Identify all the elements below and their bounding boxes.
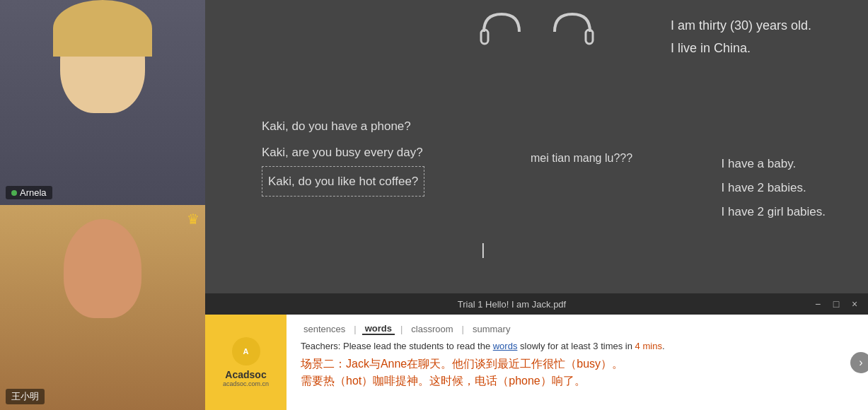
wb-question-3: Kaki, do you like hot coffee? [262,166,424,197]
teacher-name-badge: Arnela [6,186,52,199]
wb-line-2: I live in China. [671,37,811,59]
pdf-chinese-line-2: 需要热（hot）咖啡提神。这时候，电话（phone）响了。 [301,373,854,390]
crown-icon: ♛ [187,211,199,228]
wb-right-line-3: I have 2 girl babies. [722,200,826,224]
headphone-right-icon [548,7,597,49]
headphone-left-icon [477,7,526,49]
pdf-window-controls: − □ × [811,298,861,310]
pdf-main-content: sentences | words | classroom | summary … [287,315,868,410]
teacher-name-label: Arnela [20,187,47,198]
wb-right-line-1: I have a baby. [722,152,826,176]
left-video-panel: Arnela ♛ 王小明 [0,0,205,410]
mic-active-indicator [11,190,17,196]
pdf-close-button[interactable]: × [848,298,861,310]
wb-question-2: Kaki, are you busy every day? [262,139,424,165]
tab-classroom[interactable]: classroom [408,324,456,334]
student-video-slot: ♛ 王小明 [0,205,205,410]
pdf-content-area: A Acadsoc acadsoc.com.cn sentences | wor… [205,315,868,410]
pdf-toolbar: Trial 1 Hello! I am Jack.pdf − □ × [205,293,868,315]
text-cursor-icon: | [481,240,485,259]
tab-summary[interactable]: summary [470,324,513,334]
whiteboard-area: I am thirty (30) years old. I live in Ch… [205,0,868,293]
student-video-feed [0,205,205,410]
minutes-highlight: 4 mins [635,341,662,351]
right-scroll-icon[interactable]: › [850,352,868,373]
whiteboard-chinese-annotation: mei tian mang lu??? [531,152,632,165]
wb-right-line-2: I have 2 babies. [722,176,826,200]
student-name-label: 王小明 [11,390,39,403]
acadsoc-brand-name: Acadsoc [225,369,266,380]
pdf-minimize-button[interactable]: − [811,298,824,310]
pdf-nav-tabs: sentences | words | classroom | summary [301,323,854,335]
whiteboard-top-right-text: I am thirty (30) years old. I live in Ch… [671,14,811,60]
acadsoc-sidebar: A Acadsoc acadsoc.com.cn [205,315,287,410]
wb-question-1: Kaki, do you have a phone? [262,113,424,139]
pdf-title: Trial 1 Hello! I am Jack.pdf [212,299,811,310]
acadsoc-logo: A [232,337,260,365]
tab-words[interactable]: words [362,323,395,335]
acadsoc-url-label: acadsoc.com.cn [223,380,269,387]
student-name-badge: 王小明 [6,389,45,404]
words-underline: words [493,341,518,351]
pdf-chinese-line-1: 场景二：Jack与Anne在聊天。他们谈到最近工作很忙（busy）。 [301,356,854,373]
whiteboard-right-column: I have a baby. I have 2 babies. I have 2… [722,152,826,224]
pdf-maximize-button[interactable]: □ [830,298,843,310]
teacher-video-slot: Arnela [0,0,205,205]
whiteboard-icon-center [477,7,597,49]
wb-line-1: I am thirty (30) years old. [671,14,811,37]
pdf-teacher-note: Teachers: Please lead the students to re… [301,341,854,351]
main-content-area: I am thirty (30) years old. I live in Ch… [205,0,868,410]
teacher-video-feed [0,0,205,205]
tab-sentences[interactable]: sentences [301,324,348,334]
whiteboard-questions: Kaki, do you have a phone? Kaki, are you… [262,113,424,197]
